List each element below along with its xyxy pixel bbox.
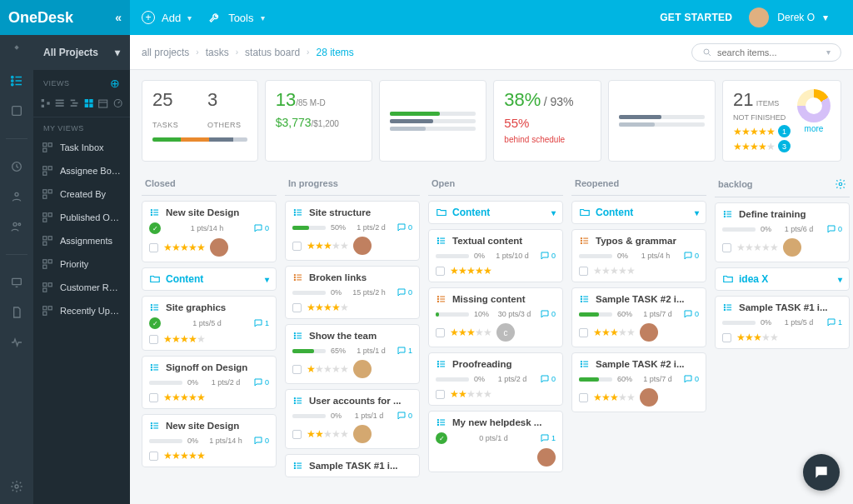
doc-icon[interactable] [9,305,24,320]
task-card[interactable]: Site graphics✓1 pts/5 d1★★★★★ [142,296,277,351]
checkbox[interactable] [722,243,731,252]
search-input[interactable] [717,47,826,57]
user-menu[interactable]: Derek O ▾ [749,7,841,27]
comment-count[interactable]: 1 [253,318,269,328]
sidebar-item[interactable]: Recently Upda... [33,299,130,322]
group-card[interactable]: Content▾ [142,267,277,291]
dashboard-view-icon[interactable] [112,97,123,110]
users-icon[interactable] [9,219,24,234]
comment-count[interactable]: 0 [397,222,412,232]
calendar-view-icon[interactable] [97,97,108,110]
more-link[interactable]: more [805,124,824,133]
comment-count[interactable]: 0 [253,223,269,233]
get-started-button[interactable]: GET STARTED [660,12,732,23]
task-card[interactable]: Typos & grammar0%1 pts/4 h0★★★★★ [571,229,706,282]
checkbox[interactable] [579,267,588,276]
checkbox[interactable] [149,452,158,461]
activity-icon[interactable] [9,335,24,350]
task-card[interactable]: Sample TASK #1 i... [285,454,420,477]
group-card[interactable]: Content▾ [571,201,706,224]
group-card[interactable]: Content▾ [428,201,563,224]
gear-icon[interactable] [9,479,24,494]
checkbox[interactable] [292,242,302,251]
task-card[interactable]: Proofreading0%1 pts/2 d0★★★★★ [428,352,563,406]
gantt-view-icon[interactable] [69,97,80,110]
add-button[interactable]: + Add ▾ [142,11,192,24]
checkbox[interactable] [149,335,158,344]
task-card[interactable]: Show the team65%1 pts/1 d1★★★★★ [285,324,420,384]
board-view-icon[interactable] [83,97,94,110]
task-card[interactable]: New site Design0%1 pts/14 h0★★★★★ [142,414,277,467]
sidebar-item[interactable]: Created By [33,182,130,206]
breadcrumb-item[interactable]: 28 items [316,47,353,58]
gear-icon[interactable] [835,178,846,190]
box-icon[interactable] [9,103,24,118]
task-card[interactable]: Broken links0%15 pts/2 h0★★★★★ [285,266,420,319]
checkbox[interactable] [149,393,158,402]
flat-view-icon[interactable] [54,97,65,110]
sidebar-item[interactable]: Priority [33,252,130,276]
diamond-icon[interactable] [9,43,24,58]
checkbox[interactable] [722,333,731,342]
comment-count[interactable]: 0 [253,377,269,387]
sidebar-project-selector[interactable]: All Projects ▾ [33,35,130,70]
task-card[interactable]: Site structure50%1 pts/2 d0★★★★★ [285,201,420,261]
add-view-icon[interactable]: ⊕ [110,77,121,90]
comment-count[interactable]: 0 [540,309,556,319]
breadcrumb-item[interactable]: all projects [142,47,189,58]
comment-count[interactable]: 0 [683,251,699,261]
chevron-down-icon[interactable]: ▾ [838,275,842,284]
chevron-down-icon[interactable]: ▾ [551,208,556,217]
breadcrumb-item[interactable]: tasks [206,47,229,58]
task-card[interactable]: Textual content0%1 pts/10 d0★★★★★ [428,229,563,282]
task-card[interactable]: New site Design✓1 pts/14 h0★★★★★ [142,201,277,262]
comment-count[interactable]: 1 [540,433,556,443]
checkbox[interactable] [436,267,445,276]
group-card[interactable]: idea X▾ [715,267,850,291]
tree-view-icon[interactable] [40,97,51,110]
sidebar-item[interactable]: Task Inbox [33,136,130,159]
search-input-wrapper[interactable]: ▾ [691,43,841,62]
checkbox[interactable] [579,328,588,337]
checkbox[interactable] [436,328,445,337]
checkbox[interactable] [292,365,302,374]
comment-count[interactable]: 0 [683,309,699,319]
checkbox[interactable] [292,430,302,439]
collapse-icon[interactable]: « [115,11,122,24]
breadcrumb-item[interactable]: status board [245,47,300,58]
sidebar-item[interactable]: Customer Req... [33,276,130,299]
task-card[interactable]: Signoff on Design0%1 pts/2 d0★★★★★ [142,356,277,409]
comment-count[interactable]: 0 [540,251,556,261]
chevron-down-icon[interactable]: ▾ [826,47,831,57]
task-card[interactable]: My new helpdesk ...✓0 pts/1 d1 [428,411,563,472]
user-icon[interactable] [9,189,24,204]
checkbox[interactable] [149,243,158,252]
comment-count[interactable]: 0 [540,374,556,384]
task-card[interactable]: Define training0%1 pts/6 d0★★★★★ [715,202,850,262]
task-card[interactable]: User accounts for ...0%1 pts/1 d0★★★★★ [285,389,420,449]
checkbox[interactable] [579,393,588,402]
checkbox[interactable] [292,303,302,312]
clock-icon[interactable] [9,159,24,174]
task-card[interactable]: Missing content10%30 pts/3 d0★★★★★c [428,287,563,347]
comment-count[interactable]: 1 [826,317,842,327]
comment-count[interactable]: 0 [253,436,269,446]
comment-count[interactable]: 1 [397,346,412,356]
tools-button[interactable]: Tools ▾ [208,11,264,24]
sidebar-item[interactable]: Assignments [33,229,130,252]
comment-count[interactable]: 0 [826,224,842,234]
chat-bubble[interactable] [803,454,840,491]
list-icon[interactable] [9,73,24,88]
monitor-icon[interactable] [9,275,24,290]
chevron-down-icon[interactable]: ▾ [695,208,699,217]
checkbox[interactable] [436,390,445,399]
comment-count[interactable]: 0 [397,287,412,297]
task-card[interactable]: Sample TASK #2 i...60%1 pts/7 d0★★★★★ [571,287,706,347]
comment-count[interactable]: 0 [397,411,412,421]
sidebar-item[interactable]: Assignee Board [33,159,130,182]
chevron-down-icon[interactable]: ▾ [265,275,269,284]
task-card[interactable]: Sample TASK #1 i...0%1 pts/5 d1★★★★★ [715,296,850,349]
comment-count[interactable]: 0 [683,374,699,384]
task-card[interactable]: Sample TASK #2 i...60%1 pts/7 d0★★★★★ [571,352,706,412]
sidebar-item[interactable]: Published On P... [33,206,130,229]
